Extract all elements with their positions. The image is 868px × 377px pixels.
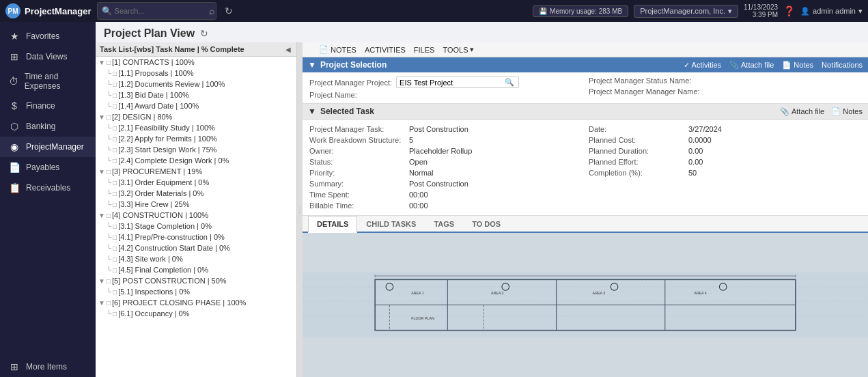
sidebar-item-project-manager[interactable]: ◉ ProjectManager — [0, 137, 96, 157]
pm-project-row: Project Manager Project: 🔍 — [309, 76, 582, 88]
attach-file-link[interactable]: 📎 Attach file — [729, 61, 774, 70]
tab-tags[interactable]: TAGS — [425, 216, 463, 233]
pm-project-input[interactable] — [400, 79, 502, 87]
memory-badge: 💾 Memory usage: 283 MB — [533, 5, 628, 17]
top-toolbar: 📄 NOTES ACTIVITIES FILES TOOLS ▾ — [303, 42, 868, 57]
page-refresh-icon[interactable]: ↻ — [200, 28, 208, 39]
user-menu-button[interactable]: 👤 admin admin ▾ — [800, 7, 863, 16]
sidebar-item-payables[interactable]: 📄 Payables — [0, 157, 96, 178]
list-item[interactable]: └ □ [1.3] Bid Date | 100% — [96, 89, 296, 100]
notes-task-link[interactable]: 📄 Notes — [831, 107, 863, 116]
summary-row: Summary: Post Construction — [309, 178, 582, 189]
checkbox-icon: □ — [113, 255, 117, 263]
page-header: Project Plan View ↻ — [96, 22, 868, 42]
time-spent-value: 00:00 — [409, 191, 428, 199]
attach-file-task-label: Attach file — [792, 107, 824, 115]
status-name-label: Project Manager Status Name: — [589, 76, 691, 85]
tree-line-icon: └ — [107, 70, 111, 77]
list-item[interactable]: └ □ [4.5] Final Completion | 0% — [96, 264, 296, 275]
selected-task-header[interactable]: ▼ Selected Task 📎 Attach file 📄 Notes — [303, 104, 868, 120]
task-panel-collapse-button[interactable]: ◀ — [284, 46, 292, 53]
list-item[interactable]: └ □ [3.2] Order Materials | 0% — [96, 188, 296, 199]
completion-label: Completion (%): — [589, 169, 684, 177]
list-item[interactable]: └ □ [4.1] Prep/Pre-construction | 0% — [96, 232, 296, 242]
completion-row: Completion (%): 50 — [589, 167, 861, 178]
sidebar-item-finance[interactable]: $ Finance — [0, 96, 96, 116]
activities-link[interactable]: ✓ Activities — [684, 61, 721, 70]
project-name-row: Project Name: — [309, 91, 582, 99]
list-item[interactable]: └ □ [2.4] Complete Design Work | 0% — [96, 155, 296, 166]
billable-time-row: Billable Time: 00:00 — [309, 200, 582, 211]
notes-toolbar-link[interactable]: 📄 NOTES — [319, 45, 356, 54]
sidebar-item-time-expenses[interactable]: ⏱ Time and Expenses — [0, 67, 96, 96]
date-row: Date: 3/27/2024 — [589, 124, 861, 135]
activities-label: ACTIVITIES — [365, 46, 406, 54]
task-group-procurement[interactable]: ▼ □ [3] PROCUREMENT | 19% — [96, 166, 296, 177]
search-submit-button[interactable]: ⌕ — [206, 4, 217, 18]
list-item[interactable]: └ □ [4.2] Construction Start Date | 0% — [96, 242, 296, 253]
expand-icon: ▼ — [98, 113, 105, 121]
attach-file-icon: 📎 — [780, 107, 789, 116]
resize-handle[interactable]: ⋮ — [297, 42, 303, 377]
folder-icon: □ — [107, 168, 111, 176]
list-item[interactable]: └ □ [2.1] Feasibility Study | 100% — [96, 122, 296, 133]
checkbox-icon: □ — [113, 157, 117, 165]
notes-link[interactable]: 📄 Notes — [782, 61, 813, 70]
manager-name-row: Project Manager Manager Name: — [589, 87, 861, 96]
tools-toolbar-link[interactable]: TOOLS ▾ — [443, 45, 474, 54]
list-item[interactable]: └ □ [2.2] Apply for Permits | 100% — [96, 133, 296, 144]
sidebar-item-banking[interactable]: ⬡ Banking — [0, 116, 96, 137]
sidebar-item-receivables[interactable]: 📋 Receivables — [0, 178, 96, 198]
planned-duration-row: Planned Duration: 0.00 — [589, 145, 861, 156]
selected-task-actions: 📎 Attach file 📄 Notes — [780, 107, 863, 116]
list-item[interactable]: └ □ [1.2] Documents Review | 100% — [96, 79, 296, 89]
search-project-icon[interactable]: 🔍 — [505, 78, 514, 87]
account-dropdown[interactable]: ProjectManager.com, Inc. ▾ — [634, 5, 738, 18]
checkbox-icon: □ — [113, 288, 117, 296]
sidebar-item-data-views[interactable]: ⊞ Data Views — [0, 46, 96, 67]
task-group-design[interactable]: ▼ □ [2] DESIGN | 80% — [96, 111, 296, 122]
task-group-post-construction[interactable]: ▼ □ [5] POST CONSTRUCTION | 50% — [96, 275, 296, 286]
list-item[interactable]: └ □ [2.3] Start Design Work | 75% — [96, 144, 296, 155]
refresh-button[interactable]: ↻ — [222, 4, 236, 18]
tab-child-tasks[interactable]: CHILD TASKS — [357, 216, 425, 233]
tab-details[interactable]: DETAILS — [308, 216, 357, 233]
time-spent-label: Time Spent: — [309, 191, 405, 199]
tab-details-label: DETAILS — [317, 220, 348, 228]
sidebar-item-more-items[interactable]: ⊞ More Items — [0, 357, 96, 377]
list-item[interactable]: └ □ [4.3] Site work | 0% — [96, 253, 296, 264]
help-button[interactable]: ❓ — [783, 5, 795, 16]
list-item[interactable]: └ □ [3.3] Hire Crew | 25% — [96, 199, 296, 210]
app-title: ProjectManager — [25, 6, 92, 16]
task-label: [2.1] Feasibility Study | 100% — [118, 124, 215, 132]
attach-file-task-link[interactable]: 📎 Attach file — [780, 107, 824, 116]
task-group-closing[interactable]: ▼ □ [6] PROJECT CLOSING PHASE | 100% — [96, 297, 296, 308]
search-box[interactable]: 🔍 ⌕ — [97, 2, 216, 20]
sidebar-label-finance: Finance — [26, 101, 55, 111]
task-label: [3.2] Order Materials | 0% — [118, 189, 204, 197]
list-item[interactable]: └ □ [5.1] Inspections | 0% — [96, 286, 296, 297]
status-name-row: Project Manager Status Name: — [589, 76, 861, 85]
sidebar-item-favorites[interactable]: ★ Favorites — [0, 26, 96, 46]
task-group-contracts[interactable]: ▼ □ [1] CONTRACTS | 100% — [96, 57, 296, 68]
blueprint-svg: AREA 1 AREA 2 AREA 3 AREA 4 FLOOR PLAN — [303, 233, 868, 377]
task-group-construction[interactable]: ▼ □ [4] CONSTRUCTION | 100% — [96, 210, 296, 221]
files-toolbar-link[interactable]: FILES — [414, 46, 435, 54]
list-item[interactable]: └ □ [1.1] Proposals | 100% — [96, 68, 296, 79]
tree-line-icon: └ — [107, 288, 111, 296]
tab-to-dos[interactable]: TO DOS — [463, 216, 509, 233]
task-label: [6] PROJECT CLOSING PHASE | 100% — [112, 298, 246, 307]
task-details-grid: Project Manager Task: Post Construction … — [303, 120, 868, 216]
list-item[interactable]: └ □ [6.1] Occupancy | 0% — [96, 308, 296, 319]
search-input[interactable] — [115, 7, 204, 15]
list-item[interactable]: └ □ [3.1] Stage Completion | 0% — [96, 221, 296, 232]
checkbox-icon: □ — [113, 102, 117, 110]
project-selection-header[interactable]: ▼ Project Selection ✓ Activities 📎 Attac… — [303, 57, 868, 72]
notifications-link[interactable]: Notifications — [822, 61, 863, 69]
list-item[interactable]: └ □ [1.4] Award Date | 100% — [96, 100, 296, 111]
pm-project-input-box[interactable]: 🔍 — [396, 76, 519, 88]
selected-task-title: Selected Task — [320, 107, 374, 116]
list-item[interactable]: └ □ [3.1] Order Equipment | 0% — [96, 177, 296, 188]
activities-toolbar-link[interactable]: ACTIVITIES — [365, 46, 406, 54]
folder-icon: □ — [107, 59, 111, 66]
